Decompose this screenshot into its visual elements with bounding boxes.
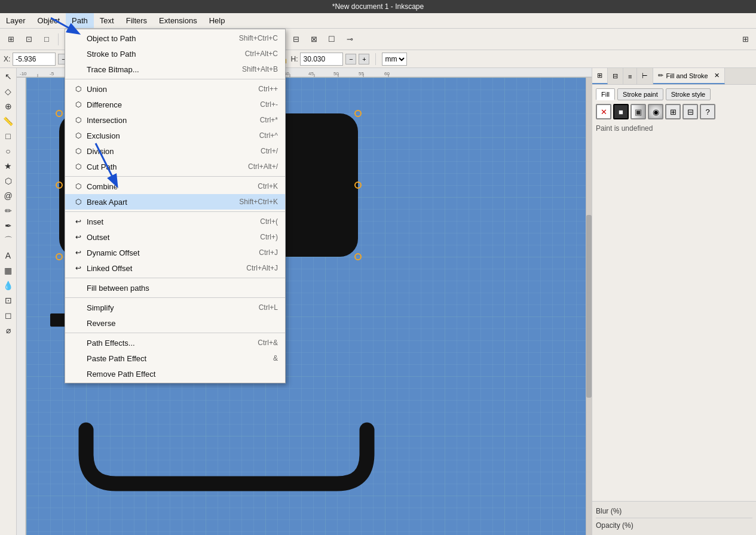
tool-dropper[interactable]: 💧	[1, 278, 16, 293]
fs-tab-fill[interactable]: Fill	[596, 88, 615, 100]
snap-btn-19[interactable]: ⊸	[341, 32, 358, 47]
diff-shortcut: Ctrl+-	[242, 100, 278, 109]
paint-radial-grad[interactable]: ◉	[648, 104, 663, 119]
snap-btn-2[interactable]: ⊡	[20, 32, 37, 47]
snap-btn-16[interactable]: ⊟	[287, 32, 304, 47]
rpanel-tab-align4[interactable]: ⊢	[637, 68, 653, 84]
menu-help[interactable]: Help	[203, 13, 231, 28]
tool-gradient[interactable]: ▦	[1, 263, 16, 278]
union-icon: ⬡	[74, 84, 83, 94]
rpanel-tab-align[interactable]: ⊞	[592, 68, 608, 84]
menu-cut-path[interactable]: ⬡ Cut Path Ctrl+Alt+/	[65, 159, 285, 174]
dynoff-label: Dynamic Offset	[87, 248, 241, 257]
sep6	[65, 333, 285, 333]
rpanel-tab-align2[interactable]: ⊟	[608, 68, 623, 84]
menu-difference[interactable]: ⬡ Difference Ctrl+-	[65, 97, 285, 112]
rpe-label: Remove Path Effect	[87, 370, 260, 379]
paint-swatch[interactable]: ⊟	[682, 104, 698, 119]
tool-text[interactable]: A	[1, 248, 16, 263]
tool-pen[interactable]: ✒	[1, 219, 16, 233]
fs-tab-stroke-paint[interactable]: Stroke paint	[617, 88, 663, 100]
ppe-shortcut: &	[255, 354, 278, 362]
paint-pattern[interactable]: ⊞	[665, 104, 681, 119]
break-shortcut: Shift+Ctrl+K	[221, 198, 278, 206]
menu-remove-path-effect[interactable]: Remove Path Effect	[65, 366, 285, 382]
menu-fill-between[interactable]: Fill between paths	[65, 280, 285, 296]
menu-inset[interactable]: ↩ Inset Ctrl+(	[65, 214, 285, 229]
menu-filters[interactable]: Filters	[120, 13, 153, 28]
menu-extensions[interactable]: Extensions	[153, 13, 203, 28]
menu-stroke-to-path[interactable]: Stroke to Path Ctrl+Alt+C	[65, 46, 285, 62]
blur-row: Blur (%)	[596, 504, 752, 518]
tool-calligraphy[interactable]: ⌒	[1, 233, 16, 248]
menu-union[interactable]: ⬡ Union Ctrl++	[65, 81, 285, 97]
menu-reverse[interactable]: Reverse	[65, 315, 285, 331]
sep3	[65, 211, 285, 212]
fillbetween-icon	[74, 283, 83, 293]
menu-path[interactable]: Path	[66, 13, 94, 28]
snap-btn-3[interactable]: □	[38, 32, 55, 47]
menu-object-to-path[interactable]: Object to Path Shift+Ctrl+C	[65, 30, 285, 46]
h-input[interactable]	[300, 53, 343, 66]
menu-trace-bitmap[interactable]: Trace Bitmap... Shift+Alt+B	[65, 62, 285, 77]
tool-eraser[interactable]: ◻	[1, 308, 16, 322]
svg-rect-32	[17, 78, 26, 535]
paint-linear-grad[interactable]: ▣	[630, 104, 646, 119]
h-plus[interactable]: +	[359, 54, 369, 64]
fill-stroke-label: Fill and Stroke	[666, 72, 708, 79]
ppe-icon	[74, 353, 83, 363]
otp-icon	[74, 33, 83, 43]
tool-spiral[interactable]: @	[1, 189, 16, 203]
right-panel: ⊞ ⊟ ≡ ⊢ ✏ Fill and Stroke ✕ Fill Stroke …	[592, 68, 756, 535]
rpanel-tab-fill[interactable]: ✏ Fill and Stroke ✕	[653, 68, 724, 84]
tool-rect[interactable]: □	[1, 129, 16, 143]
menu-intersection[interactable]: ⬡ Intersection Ctrl+*	[65, 112, 285, 128]
snap-btn-1[interactable]: ⊞	[2, 32, 19, 47]
rpanel-tab-align3[interactable]: ≡	[623, 68, 637, 84]
tool-zoom[interactable]: ⊕	[1, 99, 16, 113]
tool-spray[interactable]: ⊡	[1, 293, 16, 308]
paint-unset[interactable]: ?	[700, 104, 715, 119]
menu-object[interactable]: Object	[32, 13, 66, 28]
fs-tab-stroke-style[interactable]: Stroke style	[666, 88, 711, 100]
menu-combine[interactable]: ⬡ Combine Ctrl+K	[65, 179, 285, 194]
tool-3d[interactable]: ⬡	[1, 174, 16, 188]
inset-label: Inset	[87, 217, 242, 226]
snap-lock-btn[interactable]: ⊞	[737, 32, 754, 47]
rev-icon	[74, 318, 83, 328]
menu-exclusion[interactable]: ⬡ Exclusion Ctrl+^	[65, 128, 285, 143]
lnkoff-icon: ↩	[74, 263, 83, 273]
inset-icon: ↩	[74, 217, 83, 226]
snap-btn-17[interactable]: ⊠	[305, 32, 322, 47]
tool-select[interactable]: ↖	[1, 69, 16, 84]
union-shortcut: Ctrl++	[240, 85, 278, 93]
paint-buttons: ✕ ■ ▣ ◉ ⊞ ⊟ ?	[596, 104, 752, 119]
unit-select[interactable]: mm px in cm	[382, 53, 407, 66]
menu-layer[interactable]: Layer	[0, 13, 32, 28]
tool-measure[interactable]: 📏	[1, 114, 16, 128]
menu-dynamic-offset[interactable]: ↩ Dynamic Offset Ctrl+J	[65, 245, 285, 260]
x-input[interactable]	[13, 53, 56, 66]
menu-path-effects[interactable]: Path Effects... Ctrl+&	[65, 335, 285, 350]
int-shortcut: Ctrl+*	[242, 116, 278, 124]
menu-division[interactable]: ⬡ Division Ctrl+/	[65, 143, 285, 159]
tool-node[interactable]: ◇	[1, 84, 16, 99]
menu-simplify[interactable]: Simplify Ctrl+L	[65, 300, 285, 315]
paint-flat[interactable]: ■	[613, 104, 629, 119]
paint-none[interactable]: ✕	[596, 104, 611, 119]
menu-break-apart[interactable]: ⬡ Break Apart Shift+Ctrl+K	[65, 194, 285, 210]
tool-ellipse[interactable]: ○	[1, 144, 16, 158]
tool-pencil[interactable]: ✏	[1, 204, 16, 218]
menu-linked-offset[interactable]: ↩ Linked Offset Ctrl+Alt+J	[65, 260, 285, 276]
close-panel-icon[interactable]: ✕	[714, 72, 720, 79]
menu-outset[interactable]: ↩ Outset Ctrl+)	[65, 229, 285, 245]
snap-btn-18[interactable]: ☐	[323, 32, 340, 47]
fill-stroke-panel: Fill Stroke paint Stroke style ✕ ■ ▣ ◉ ⊞…	[592, 85, 756, 297]
stp-icon	[74, 49, 83, 59]
h-minus[interactable]: −	[345, 54, 356, 64]
menu-paste-path-effect[interactable]: Paste Path Effect &	[65, 350, 285, 366]
tool-star[interactable]: ★	[1, 159, 16, 173]
menu-text[interactable]: Text	[94, 13, 120, 28]
tool-connector[interactable]: ⌀	[1, 323, 16, 337]
inset-shortcut: Ctrl+(	[242, 217, 278, 226]
